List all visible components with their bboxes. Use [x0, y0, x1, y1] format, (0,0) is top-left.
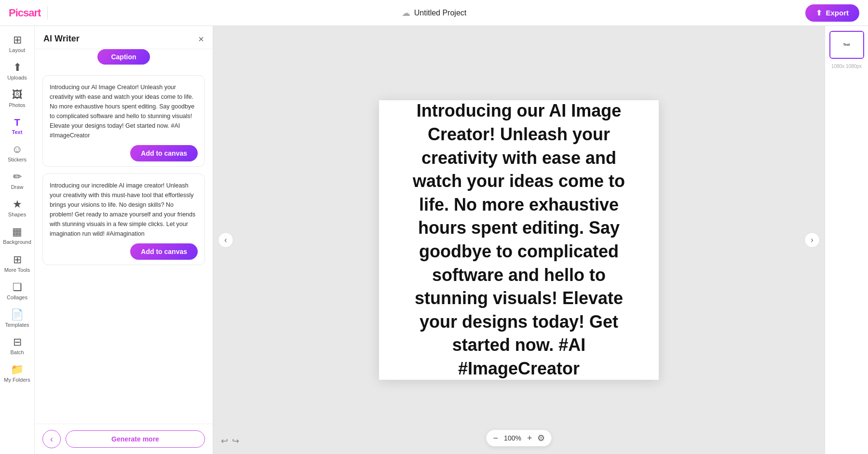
thumbnail-card[interactable]: Text — [829, 31, 864, 59]
uploads-icon: ⬆ — [13, 62, 22, 73]
generate-bar: ‹ Generate more — [35, 424, 213, 454]
caption-tab[interactable]: Caption — [97, 49, 149, 65]
main-area: ⊞ Layout ⬆ Uploads 🖼 Photos T Text ☺ Sti… — [0, 26, 868, 454]
sidebar-item-uploads[interactable]: ⬆ Uploads — [2, 58, 33, 85]
panel-title: AI Writer — [43, 34, 80, 44]
export-icon: ⬆ — [816, 9, 822, 17]
sidebar-item-templates[interactable]: 📄 Templates — [2, 306, 33, 332]
ai-writer-panel: AI Writer × Caption Introducing our AI I… — [35, 26, 213, 454]
export-label: Export — [826, 9, 849, 17]
sidebar-label-templates: Templates — [5, 322, 29, 328]
sidebar-label-layout: Layout — [9, 47, 25, 53]
prev-button[interactable]: ‹ — [42, 430, 61, 448]
text-card-1: Introducing our AI Image Creator! Unleas… — [42, 75, 205, 167]
batch-icon: ⊟ — [13, 337, 22, 347]
layout-icon: ⊞ — [13, 35, 22, 45]
project-title[interactable]: Untitled Project — [414, 9, 467, 17]
sidebar-label-photos: Photos — [9, 102, 25, 108]
topbar-left: Picsart — [9, 6, 48, 20]
templates-icon: 📄 — [11, 309, 24, 320]
sidebar-label-collages: Collages — [7, 294, 27, 301]
photos-icon: 🖼 — [12, 90, 23, 100]
sidebar-item-stickers[interactable]: ☺ Stickers — [2, 140, 33, 167]
sidebar-item-draw[interactable]: ✏ Draw — [2, 168, 33, 194]
left-sidebar: ⊞ Layout ⬆ Uploads 🖼 Photos T Text ☺ Sti… — [0, 26, 35, 454]
undo-button[interactable]: ↩ — [221, 436, 228, 446]
cloud-icon: ☁ — [402, 8, 410, 18]
shapes-icon: ★ — [13, 199, 22, 210]
zoom-out-button[interactable]: − — [493, 434, 498, 442]
text-card-2-footer: Add to canvas — [50, 239, 198, 265]
sidebar-label-stickers: Stickers — [8, 157, 27, 163]
add-to-canvas-button-2[interactable]: Add to canvas — [130, 243, 198, 260]
more-tools-icon: ⊞ — [13, 254, 22, 265]
redo-icon: ↪ — [232, 436, 239, 446]
sidebar-label-draw: Draw — [11, 184, 24, 190]
zoom-bar: − 100% + ⚙ — [486, 430, 551, 446]
topbar: Picsart ☁ Untitled Project ⬆ Export — [0, 0, 868, 26]
canvas-nav-left-button[interactable]: ‹ — [218, 232, 233, 248]
zoom-out-icon: − — [493, 433, 498, 443]
sidebar-label-more-tools: More Tools — [4, 267, 30, 273]
text-card-2-content: Introducing our incredible AI image crea… — [50, 181, 198, 239]
canvas-nav-right-button[interactable]: › — [804, 232, 820, 248]
right-panel: Text 1080x 1080px — [825, 26, 868, 454]
sidebar-item-layout[interactable]: ⊞ Layout — [2, 31, 33, 57]
zoom-in-button[interactable]: + — [527, 434, 532, 442]
sidebar-label-text: Text — [12, 129, 23, 135]
canvas-area: ‹ Introducing our AI Image Creator! Unle… — [213, 26, 825, 454]
canvas-main-text: Introducing our AI Image Creator! Unleas… — [398, 99, 639, 380]
sidebar-label-shapes: Shapes — [8, 212, 26, 218]
sidebar-label-background: Background — [3, 239, 31, 245]
panel-header: AI Writer × — [35, 26, 213, 49]
logo-text[interactable]: Picsart — [9, 7, 41, 19]
sidebar-item-my-folders[interactable]: 📁 My Folders — [2, 361, 33, 387]
canvas-settings-button[interactable]: ⚙ — [537, 433, 545, 443]
collages-icon: ❏ — [13, 282, 22, 293]
background-icon: ▦ — [12, 227, 22, 237]
sidebar-label-batch: Batch — [10, 349, 24, 356]
text-card-1-footer: Add to canvas — [50, 140, 198, 166]
panel-tabs-bar: Caption — [35, 49, 213, 69]
settings-icon: ⚙ — [537, 433, 545, 443]
thumbnail-size-label: 1080x 1080px — [831, 63, 862, 70]
panel-scroll: Introducing our AI Image Creator! Unleas… — [35, 69, 213, 424]
sidebar-item-collages[interactable]: ❏ Collages — [2, 278, 33, 305]
logo: Picsart — [9, 7, 41, 19]
sidebar-label-my-folders: My Folders — [4, 377, 30, 383]
my-folders-icon: 📁 — [11, 364, 24, 375]
zoom-value: 100% — [503, 434, 522, 442]
generate-more-button[interactable]: Generate more — [66, 430, 205, 448]
canvas-nav-left-icon: ‹ — [224, 236, 227, 244]
topbar-right: ⬆ Export — [805, 4, 859, 22]
canvas-nav-right-icon: › — [811, 236, 813, 244]
undo-redo-bar: ↩ ↪ — [221, 436, 239, 446]
add-to-canvas-button-1[interactable]: Add to canvas — [130, 145, 198, 161]
topbar-divider — [47, 6, 48, 20]
sidebar-item-text[interactable]: T Text — [2, 114, 33, 139]
sidebar-item-photos[interactable]: 🖼 Photos — [2, 86, 33, 112]
text-card-2: Introducing our incredible AI image crea… — [42, 174, 205, 265]
sidebar-item-batch[interactable]: ⊟ Batch — [2, 333, 33, 360]
text-icon: T — [14, 118, 20, 127]
redo-button[interactable]: ↪ — [232, 436, 239, 446]
text-card-1-content: Introducing our AI Image Creator! Unleas… — [50, 82, 198, 140]
draw-icon: ✏ — [13, 172, 22, 182]
sidebar-item-background[interactable]: ▦ Background — [2, 223, 33, 249]
export-button[interactable]: ⬆ Export — [805, 4, 859, 22]
sidebar-label-uploads: Uploads — [7, 75, 27, 81]
sidebar-item-shapes[interactable]: ★ Shapes — [2, 195, 33, 222]
topbar-center: ☁ Untitled Project — [402, 8, 467, 18]
close-panel-button[interactable]: × — [198, 34, 204, 44]
undo-icon: ↩ — [221, 436, 228, 446]
canvas-page: Introducing our AI Image Creator! Unleas… — [379, 100, 659, 380]
stickers-icon: ☺ — [12, 144, 22, 155]
thumbnail-preview: Text — [830, 32, 863, 58]
sidebar-item-more-tools[interactable]: ⊞ More Tools — [2, 251, 33, 277]
zoom-in-icon: + — [527, 433, 532, 443]
thumbnail-text: Text — [843, 43, 850, 47]
